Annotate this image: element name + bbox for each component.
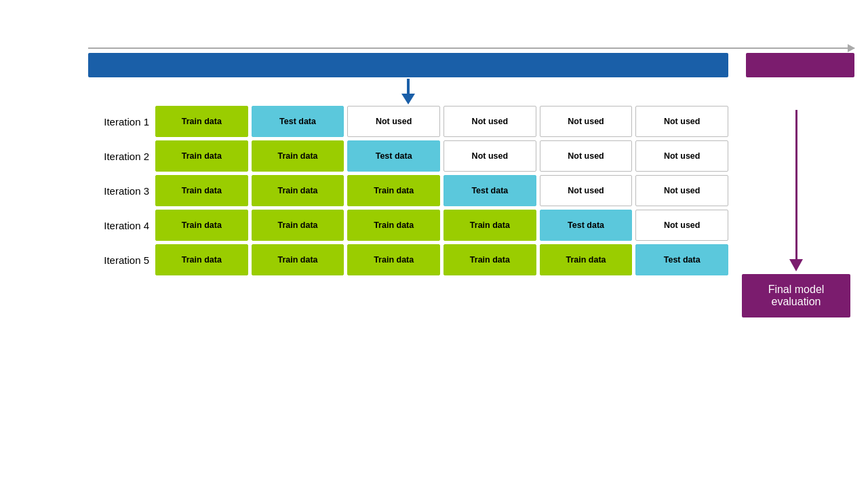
iteration-label-1: Iteration 1: [88, 116, 149, 128]
vertical-arrow: [789, 110, 803, 271]
cell-unused-2-4: Not used: [443, 140, 536, 172]
cell-train-5-1: Train data: [155, 244, 248, 275]
cell-train-2-1: Train data: [155, 140, 248, 172]
cell-test-3-4: Test data: [443, 175, 536, 206]
cell-train-4-1: Train data: [155, 210, 248, 241]
iteration-label-2: Iteration 2: [88, 151, 149, 162]
iteration-row: Iteration 2Train dataTrain dataTest data…: [88, 140, 728, 172]
iterations-grid: Iteration 1Train dataTest dataNot usedNo…: [88, 106, 728, 317]
cell-unused-2-6: Not used: [635, 140, 728, 172]
iteration-row: Iteration 5Train dataTrain dataTrain dat…: [88, 244, 728, 275]
cell-test-1-2: Test data: [252, 106, 344, 137]
cell-train-3-1: Train data: [155, 175, 248, 206]
cell-train-5-2: Train data: [252, 244, 344, 275]
iteration-label-4: Iteration 4: [88, 220, 149, 231]
holdout-bar: [746, 53, 854, 77]
down-arrow-icon: [401, 79, 415, 104]
cell-unused-1-6: Not used: [635, 106, 728, 137]
page: Iteration 1Train dataTest dataNot usedNo…: [0, 0, 868, 483]
cell-unused-1-4: Not used: [443, 106, 536, 137]
cell-test-5-6: Test data: [635, 244, 728, 275]
cell-unused-3-5: Not used: [540, 175, 633, 206]
cell-unused-2-5: Not used: [540, 140, 633, 172]
iteration-label-5: Iteration 5: [88, 254, 149, 266]
cell-unused-3-6: Not used: [635, 175, 728, 206]
final-eval-box: Final model evaluation: [742, 274, 850, 317]
cell-train-5-3: Train data: [347, 244, 440, 275]
cell-train-4-4: Train data: [443, 210, 536, 241]
vert-arrow-head: [789, 259, 803, 271]
cell-test-2-3: Test data: [347, 140, 440, 172]
cell-train-4-3: Train data: [347, 210, 440, 241]
cell-unused-1-5: Not used: [540, 106, 633, 137]
iteration-row: Iteration 1Train dataTest dataNot usedNo…: [88, 106, 728, 137]
cell-train-5-5: Train data: [540, 244, 633, 275]
right-section: Final model evaluation: [738, 106, 854, 317]
iteration-label-3: Iteration 3: [88, 185, 149, 197]
iteration-row: Iteration 3Train dataTrain dataTrain dat…: [88, 175, 728, 206]
cell-train-1-1: Train data: [155, 106, 248, 137]
cell-train-3-2: Train data: [252, 175, 344, 206]
vert-arrow-line: [795, 110, 797, 259]
cell-unused-1-3: Not used: [347, 106, 440, 137]
cell-train-2-2: Train data: [252, 140, 344, 172]
training-bar: [88, 53, 728, 77]
cell-train-4-2: Train data: [252, 210, 344, 241]
cell-unused-4-6: Not used: [635, 210, 728, 241]
cell-test-4-5: Test data: [540, 210, 633, 241]
cell-train-3-3: Train data: [347, 175, 440, 206]
iteration-row: Iteration 4Train dataTrain dataTrain dat…: [88, 210, 728, 241]
cell-train-5-4: Train data: [443, 244, 536, 275]
sorted-arrow: [88, 47, 854, 49]
